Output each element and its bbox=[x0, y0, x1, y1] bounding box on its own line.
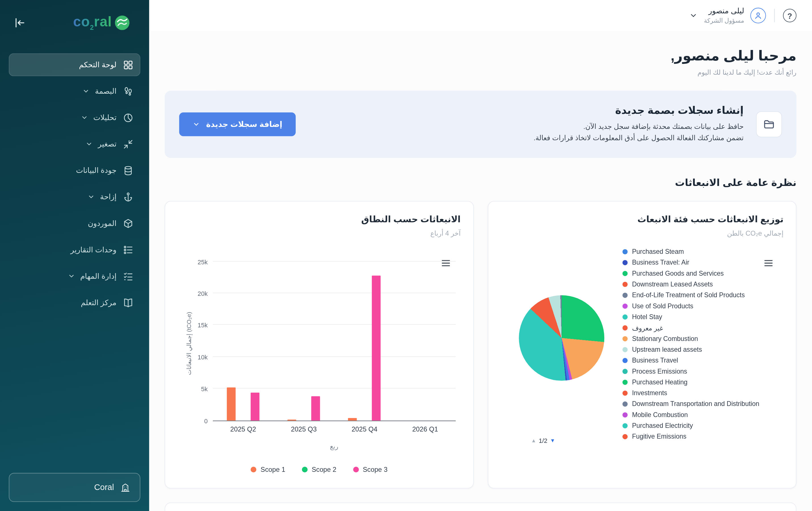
legend-item-scope-2[interactable]: Scope 2 bbox=[302, 465, 337, 473]
legend-item[interactable]: Downstream Transportation and Distributi… bbox=[622, 399, 783, 409]
sidebar-item-learning-center[interactable]: مركز التعلم bbox=[9, 291, 140, 314]
y-tick-label: 0 bbox=[204, 417, 207, 425]
anchor-icon bbox=[123, 191, 134, 202]
sidebar-item-label: تصغير bbox=[98, 140, 117, 148]
legend-label: Purchased Heating bbox=[632, 379, 688, 386]
list-icon bbox=[123, 244, 134, 255]
bar-scope-1[interactable] bbox=[227, 387, 236, 420]
y-tick-label: 10k bbox=[198, 354, 207, 361]
legend-page-up-icon[interactable]: ▲ bbox=[531, 438, 536, 444]
sidebar-item-reduce[interactable]: تصغير bbox=[9, 133, 140, 155]
sidebar-item-footprint[interactable]: البصمة bbox=[9, 80, 140, 103]
sidebar-item-offset[interactable]: إزاحة bbox=[9, 186, 140, 208]
legend-item[interactable]: Purchased Electricity bbox=[622, 421, 783, 431]
bar-card-title: الانبعاثات حسب النطاق bbox=[178, 214, 461, 225]
content: مرحبا ليلى منصور, رائع أنك عدت! إليك ما … bbox=[149, 48, 812, 511]
bar-card-subtitle: آخر 4 أرباع bbox=[178, 229, 461, 237]
sidebar-item-data-quality[interactable]: جودة البيانات bbox=[9, 159, 140, 182]
sidebar-item-task-management[interactable]: إدارة المهام bbox=[9, 264, 140, 287]
legend-item[interactable]: Fugitive Emissions bbox=[622, 431, 783, 442]
sidebar-item-label: إدارة المهام bbox=[80, 272, 117, 280]
legend-dot bbox=[622, 293, 627, 298]
checklist-icon bbox=[123, 271, 134, 281]
pie-body: Purchased SteamBusiness Travel: AirPurch… bbox=[500, 245, 783, 442]
legend-item-scope-1[interactable]: Scope 1 bbox=[251, 465, 285, 473]
bar-scope-3[interactable] bbox=[251, 392, 259, 421]
legend-item[interactable]: Purchased Steam bbox=[622, 247, 783, 257]
banner-line-1: حافظ على بيانات بصمتك محدثة بإضافة سجل ج… bbox=[533, 121, 744, 133]
x-axis-labels: 2025 Q2 2025 Q3 2025 Q4 2026 Q1 bbox=[213, 425, 456, 433]
sidebar-item-label: إزاحة bbox=[100, 193, 117, 201]
bar-scope-3[interactable] bbox=[372, 275, 381, 421]
bar-scope-1[interactable] bbox=[348, 418, 357, 421]
legend-item[interactable]: Upstream leased assets bbox=[622, 344, 783, 355]
x-tick-label: 2025 Q2 bbox=[213, 425, 273, 433]
pie-card-subtitle: إجمالي CO₂e بالطن bbox=[500, 229, 783, 237]
package-icon bbox=[123, 218, 134, 229]
legend-label: Process Emissions bbox=[632, 368, 687, 375]
legend-dot bbox=[622, 369, 627, 374]
legend-item[interactable]: Hotel Stay bbox=[622, 312, 783, 322]
pie-chart[interactable] bbox=[519, 295, 604, 380]
sidebar-item-reporting-units[interactable]: وحدات التقارير bbox=[9, 238, 140, 261]
scope-label: Scope 2 bbox=[312, 465, 336, 473]
legend-item[interactable]: Downstream Leased Assets bbox=[622, 279, 783, 290]
legend-item[interactable]: Investments bbox=[622, 388, 783, 399]
legend-item[interactable]: Business Travel bbox=[622, 355, 783, 366]
legend-item-scope-3[interactable]: Scope 3 bbox=[353, 465, 388, 473]
banner-line-2: تضمن مشاركتك الفعالة الحصول على أدق المع… bbox=[533, 133, 744, 144]
add-records-button[interactable]: إضافة سجلات جديدة bbox=[179, 112, 296, 136]
legend-item[interactable]: End-of-Life Treatment of Sold Products bbox=[622, 290, 783, 301]
user-menu[interactable]: ليلى منصور مسؤول الشركة bbox=[689, 6, 766, 25]
chart-context-menu-icon[interactable] bbox=[764, 259, 773, 268]
x-axis-title: ربع bbox=[178, 442, 461, 450]
bar-plot bbox=[213, 262, 456, 421]
gridline bbox=[213, 261, 456, 261]
sidebar-org-switcher[interactable]: Coral bbox=[9, 473, 140, 502]
sidebar: co2ral لوحة التحكم البصمة تحليلات bbox=[0, 0, 149, 511]
sidebar-item-label: لوحة التحكم bbox=[79, 60, 116, 69]
bar-scope-3[interactable] bbox=[311, 396, 320, 421]
pie-card-title: توزيع الانبعاثات حسب فئة الانبعاث bbox=[500, 214, 783, 225]
bottom-card-partial bbox=[165, 502, 796, 511]
legend-dot bbox=[622, 325, 627, 331]
topbar: ? ليلى منصور مسؤول الشركة bbox=[149, 0, 812, 31]
chevron-down-icon bbox=[689, 11, 698, 20]
x-tick-label: 2026 Q1 bbox=[395, 425, 456, 433]
legend-item[interactable]: Purchased Goods and Services bbox=[622, 268, 783, 279]
bar-group-q4 bbox=[334, 262, 395, 420]
legend-page-down-icon[interactable]: ▼ bbox=[550, 438, 555, 444]
legend-item[interactable]: Use of Sold Products bbox=[622, 301, 783, 311]
y-tick-label: 15k bbox=[198, 322, 207, 329]
sidebar-item-dashboard[interactable]: لوحة التحكم bbox=[9, 53, 140, 76]
legend-dot bbox=[622, 423, 627, 428]
y-axis-title-column: إجمالي الانبعاثات (tCO₂e) bbox=[178, 262, 190, 421]
add-records-button-label: إضافة سجلات جديدة bbox=[206, 119, 282, 129]
legend-dot bbox=[622, 434, 627, 439]
banner-text: إنشاء سجلات بصمة جديدة حافظ على بيانات ب… bbox=[533, 104, 744, 144]
bar-scope-1[interactable] bbox=[288, 419, 296, 420]
legend-item[interactable]: Stationary Combustion bbox=[622, 333, 783, 344]
pie-chart-icon bbox=[123, 112, 134, 123]
legend-item[interactable]: Business Travel: Air bbox=[622, 257, 783, 268]
sidebar-item-analytics[interactable]: تحليلات bbox=[9, 106, 140, 129]
scope-dot bbox=[302, 466, 308, 472]
minimize-arrows-icon bbox=[123, 139, 134, 149]
page-title: مرحبا ليلى منصور, bbox=[165, 48, 796, 64]
legend-item[interactable]: Mobile Combustion bbox=[622, 409, 783, 420]
bar-chart: إجمالي الانبعاثات (tCO₂e) 05k10k15k20k25… bbox=[178, 262, 461, 421]
legend-label: Mobile Combustion bbox=[632, 411, 688, 419]
legend-dot bbox=[622, 336, 627, 341]
collapse-sidebar-icon[interactable] bbox=[13, 17, 26, 29]
topbar-divider bbox=[774, 9, 775, 22]
chevron-down-icon bbox=[193, 121, 200, 128]
sidebar-item-suppliers[interactable]: الموردون bbox=[9, 212, 140, 234]
legend-item[interactable]: Process Emissions bbox=[622, 366, 783, 377]
legend-item[interactable]: Purchased Heating bbox=[622, 377, 783, 388]
legend-label: Purchased Goods and Services bbox=[632, 270, 724, 277]
y-tick-label: 20k bbox=[198, 290, 207, 297]
help-icon[interactable]: ? bbox=[783, 9, 796, 22]
legend-item[interactable]: غير معروف bbox=[622, 322, 783, 333]
user-role: مسؤول الشركة bbox=[704, 17, 744, 24]
bar-group-q3 bbox=[273, 262, 334, 420]
